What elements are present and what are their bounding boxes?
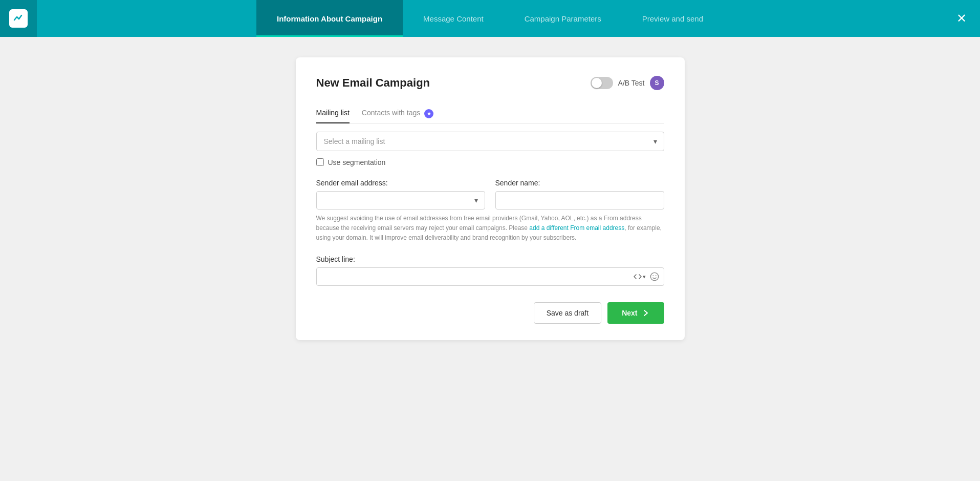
card-header: New Email Campaign A/B Test S bbox=[316, 76, 664, 90]
sender-email-group: Sender email address: ▾ bbox=[316, 179, 485, 210]
sender-hint: We suggest avoiding the use of email add… bbox=[316, 214, 664, 243]
subject-input-wrapper: ▾ bbox=[316, 267, 664, 286]
mailing-tabs: Mailing list Contacts with tags ★ bbox=[316, 104, 664, 123]
ab-test-toggle[interactable] bbox=[591, 77, 613, 89]
sender-email-wrapper: ▾ bbox=[316, 191, 485, 210]
sender-row: Sender email address: ▾ Sender name: bbox=[316, 179, 664, 210]
use-segmentation-label[interactable]: Use segmentation bbox=[328, 158, 386, 166]
wizard-steps: Information About Campaign Message Conte… bbox=[37, 0, 943, 37]
mailing-list-select[interactable]: Select a mailing list bbox=[316, 132, 664, 151]
svg-point-1 bbox=[652, 275, 654, 276]
logo-area bbox=[0, 0, 37, 37]
card-title: New Email Campaign bbox=[316, 76, 430, 90]
subject-code-icon[interactable]: ▾ bbox=[634, 273, 646, 281]
logo-icon bbox=[9, 9, 28, 28]
ab-test-row: A/B Test S bbox=[591, 76, 664, 90]
subject-line-label: Subject line: bbox=[316, 255, 664, 263]
sender-name-label: Sender name: bbox=[495, 179, 664, 187]
tab-contacts-tags[interactable]: Contacts with tags ★ bbox=[362, 104, 433, 123]
svg-point-2 bbox=[655, 275, 656, 276]
sender-name-group: Sender name: bbox=[495, 179, 664, 210]
step-message-content[interactable]: Message Content bbox=[403, 0, 504, 37]
next-button[interactable]: Next bbox=[607, 302, 664, 324]
next-arrow-icon bbox=[642, 309, 650, 317]
step-campaign-parameters[interactable]: Campaign Parameters bbox=[504, 0, 622, 37]
add-email-link[interactable]: add a different From email address bbox=[529, 224, 624, 232]
close-button[interactable]: ✕ bbox=[943, 0, 980, 37]
ab-test-label: A/B Test bbox=[618, 79, 645, 87]
svg-point-0 bbox=[650, 273, 658, 280]
campaign-form-card: New Email Campaign A/B Test S Mailing li… bbox=[296, 57, 685, 340]
ab-avatar: S bbox=[650, 76, 664, 90]
sender-email-label: Sender email address: bbox=[316, 179, 485, 187]
sender-email-select[interactable] bbox=[316, 191, 485, 210]
step-preview-send[interactable]: Preview and send bbox=[622, 0, 724, 37]
main-content: New Email Campaign A/B Test S Mailing li… bbox=[0, 37, 980, 361]
segmentation-row: Use segmentation bbox=[316, 158, 664, 166]
tab-mailing-list[interactable]: Mailing list bbox=[316, 104, 350, 123]
mailing-list-wrapper: Select a mailing list ▾ bbox=[316, 132, 664, 151]
subject-emoji-icon[interactable] bbox=[650, 272, 659, 281]
step-information[interactable]: Information About Campaign bbox=[256, 0, 403, 37]
save-draft-button[interactable]: Save as draft bbox=[534, 302, 602, 324]
subject-line-input[interactable] bbox=[316, 267, 664, 286]
app-header: Information About Campaign Message Conte… bbox=[0, 0, 980, 37]
card-footer: Save as draft Next bbox=[316, 302, 664, 324]
subject-icon-group: ▾ bbox=[634, 272, 659, 281]
use-segmentation-checkbox[interactable] bbox=[316, 158, 324, 166]
sender-name-input[interactable] bbox=[495, 191, 664, 210]
contacts-tags-star-icon: ★ bbox=[424, 109, 433, 118]
